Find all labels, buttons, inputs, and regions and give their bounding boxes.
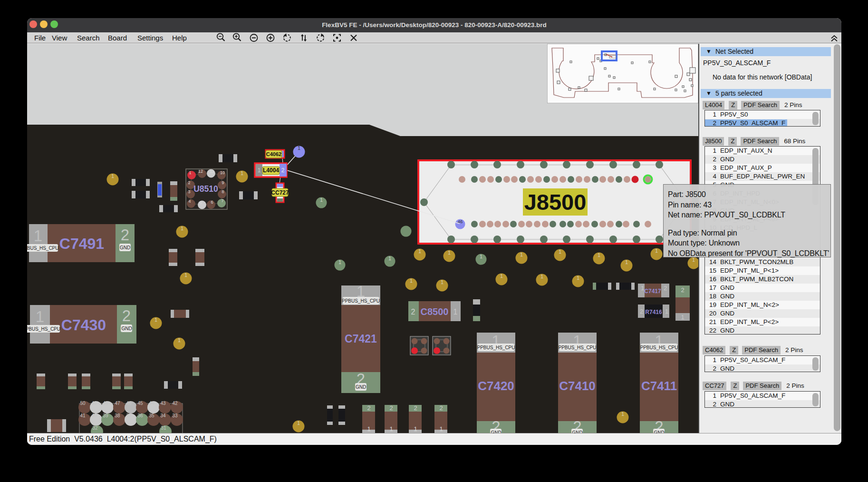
- svg-text:9: 9: [222, 180, 224, 185]
- svg-text:1: 1: [500, 273, 503, 279]
- svg-text:1: 1: [111, 173, 114, 179]
- svg-text:12: 12: [198, 169, 203, 174]
- svg-text:1: 1: [577, 275, 579, 281]
- svg-text:1: 1: [410, 278, 413, 284]
- svg-text:1: 1: [559, 249, 561, 255]
- svg-text:1: 1: [297, 420, 300, 426]
- svg-text:31: 31: [161, 425, 166, 431]
- svg-text:2: 2: [664, 285, 667, 292]
- svg-text:5: 5: [199, 200, 202, 205]
- svg-text:1: 1: [665, 308, 668, 315]
- svg-text:43: 43: [160, 401, 166, 406]
- svg-text:1: 1: [480, 254, 482, 259]
- svg-text:10: 10: [220, 170, 225, 175]
- svg-text:C4062: C4062: [266, 151, 281, 157]
- svg-text:2: 2: [411, 308, 415, 316]
- svg-text:39: 39: [103, 413, 108, 418]
- svg-text:2: 2: [439, 404, 443, 412]
- svg-text:2: 2: [681, 286, 684, 294]
- svg-text:36: 36: [137, 413, 143, 418]
- svg-text:GND: GND: [121, 326, 132, 331]
- svg-text:45: 45: [137, 401, 143, 406]
- svg-text:2: 2: [281, 167, 285, 174]
- svg-text:1: 1: [34, 227, 42, 245]
- svg-text:41: 41: [80, 413, 86, 418]
- svg-text:C7410: C7410: [559, 379, 596, 393]
- svg-text:46: 46: [126, 401, 132, 406]
- svg-text:1: 1: [36, 308, 44, 325]
- svg-text:38: 38: [115, 413, 120, 418]
- svg-text:7: 7: [221, 198, 223, 203]
- svg-text:C7491: C7491: [59, 235, 104, 252]
- svg-text:48: 48: [103, 401, 108, 406]
- svg-text:1: 1: [448, 250, 451, 256]
- svg-text:1: 1: [625, 259, 628, 265]
- svg-text:1: 1: [388, 256, 391, 261]
- svg-text:33: 33: [172, 413, 178, 418]
- svg-text:1: 1: [320, 197, 323, 203]
- svg-text:1: 1: [367, 425, 370, 433]
- svg-text:PPBUS_HS_CPU: PPBUS_HS_CPU: [477, 345, 515, 350]
- svg-text:C7411: C7411: [641, 379, 677, 393]
- svg-text:34: 34: [160, 413, 166, 418]
- svg-text:1: 1: [520, 252, 523, 257]
- svg-text:U8510: U8510: [193, 184, 218, 194]
- svg-text:1: 1: [154, 317, 157, 323]
- svg-text:1: 1: [181, 226, 183, 231]
- svg-text:1: 1: [418, 248, 421, 254]
- svg-text:1: 1: [184, 272, 187, 278]
- svg-text:49: 49: [91, 401, 97, 406]
- svg-text:35: 35: [149, 413, 154, 418]
- svg-text:2: 2: [414, 404, 417, 412]
- svg-text:GND: GND: [120, 245, 130, 250]
- svg-text:50: 50: [80, 401, 86, 406]
- svg-text:1: 1: [439, 425, 443, 433]
- svg-text:2: 2: [367, 404, 370, 412]
- svg-text:1: 1: [241, 170, 243, 176]
- svg-text:1: 1: [540, 274, 543, 279]
- svg-text:2: 2: [640, 308, 643, 315]
- svg-text:GND: GND: [356, 384, 366, 390]
- svg-text:11: 11: [210, 169, 214, 174]
- svg-text:2: 2: [121, 226, 129, 244]
- svg-text:PPBUS_HS_CPU: PPBUS_HS_CPU: [27, 246, 59, 251]
- svg-text:42: 42: [172, 401, 178, 406]
- svg-text:1: 1: [655, 248, 658, 254]
- svg-text:1: 1: [178, 337, 181, 343]
- svg-text:37: 37: [126, 413, 132, 418]
- svg-text:C8500: C8500: [421, 306, 449, 317]
- svg-text:PPBUS_HS_CPU: PPBUS_HS_CPU: [342, 298, 380, 304]
- svg-text:1: 1: [598, 252, 600, 258]
- svg-text:C7430: C7430: [61, 316, 106, 334]
- svg-text:1: 1: [258, 167, 261, 174]
- svg-text:1: 1: [414, 425, 417, 433]
- svg-text:3: 3: [188, 189, 190, 194]
- svg-text:1: 1: [681, 314, 684, 321]
- svg-text:2: 2: [122, 307, 131, 325]
- svg-text:6: 6: [211, 200, 213, 205]
- svg-text:1: 1: [338, 259, 341, 265]
- svg-text:1: 1: [641, 285, 644, 292]
- svg-text:C7420: C7420: [478, 379, 514, 393]
- svg-text:J8500: J8500: [524, 189, 587, 215]
- svg-text:PPBUS_HS_CPU: PPBUS_HS_CPU: [640, 345, 678, 350]
- svg-text:40: 40: [91, 413, 97, 418]
- svg-text:1: 1: [441, 279, 444, 285]
- svg-text:PPBUS_HS_CPU: PPBUS_HS_CPU: [558, 345, 596, 350]
- svg-text:8: 8: [222, 189, 224, 194]
- svg-text:47: 47: [115, 401, 120, 406]
- svg-text:32: 32: [92, 425, 98, 431]
- svg-text:1: 1: [298, 145, 300, 151]
- svg-text:C7417: C7417: [644, 288, 661, 295]
- svg-text:1: 1: [453, 308, 458, 316]
- svg-text:L4004: L4004: [263, 167, 279, 174]
- svg-text:C7421: C7421: [345, 333, 377, 345]
- svg-text:CC727: CC727: [271, 189, 289, 196]
- svg-text:4: 4: [188, 199, 191, 204]
- svg-text:44: 44: [149, 401, 154, 406]
- svg-text:PPBUS_HS_CPU: PPBUS_HS_CPU: [27, 326, 60, 332]
- svg-text:1: 1: [621, 411, 624, 417]
- svg-text:2: 2: [389, 404, 393, 412]
- svg-text:2: 2: [188, 180, 190, 185]
- svg-text:1: 1: [189, 170, 191, 175]
